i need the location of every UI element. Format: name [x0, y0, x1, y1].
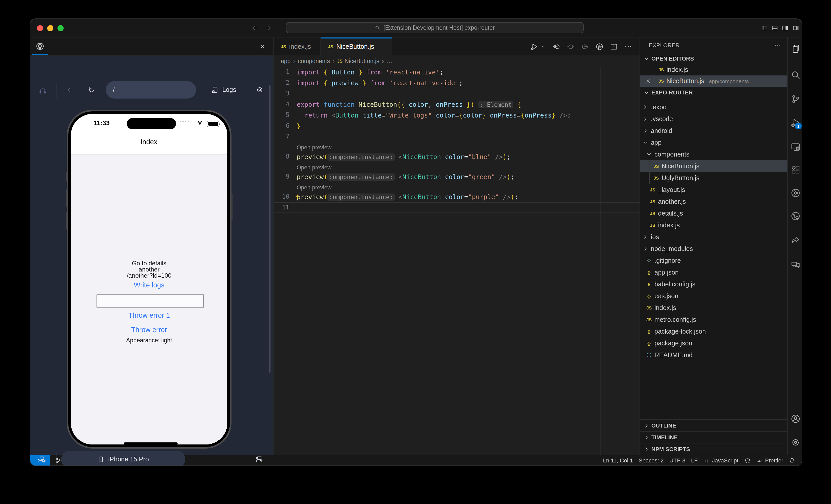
activitybar-circle-branch-alt-icon[interactable]	[791, 211, 801, 221]
toggle-sidebar-left-icon[interactable]	[761, 25, 768, 31]
radon-ide-tab-icon[interactable]	[35, 41, 45, 51]
activitybar-monitor-remote-icon[interactable]	[791, 142, 801, 152]
command-center-search[interactable]: [Extension Development Host] expo-router	[286, 22, 583, 33]
tree-item-app[interactable]: app	[640, 137, 787, 148]
circle-arrow-left-icon[interactable]	[552, 42, 561, 51]
write-logs-button[interactable]: Write logs	[71, 281, 227, 289]
section-timeline[interactable]: TIMELINE	[640, 431, 787, 443]
tree-item-eas-json[interactable]: {}eas.json	[640, 290, 787, 302]
status-javascript[interactable]: {}JavaScript	[703, 457, 738, 464]
code-line-1[interactable]: 1import { Button } from 'react-native';	[274, 67, 639, 78]
tree-item-index-js[interactable]: JSindex.js	[640, 302, 787, 314]
history-forward-icon[interactable]	[264, 24, 272, 32]
iphone-preview[interactable]: 11:33 •••• index Go to details another /…	[67, 110, 231, 449]
customize-layout-icon[interactable]	[793, 25, 799, 31]
codelens-open-preview[interactable]: Open preview	[274, 142, 639, 151]
codelens-open-preview[interactable]: Open preview	[274, 182, 639, 191]
breadcrumb[interactable]: app›components›JSNiceButton.js›…	[274, 55, 639, 67]
tree-item--gitignore[interactable]: .gitignore	[640, 255, 787, 266]
activitybar-files-icon[interactable]	[791, 43, 801, 54]
circle-dash-icon[interactable]	[567, 42, 575, 51]
code-editor[interactable]: 1import { Button } from 'react-native';2…	[274, 67, 639, 455]
tree-item--layout-js[interactable]: JS_layout.js	[640, 184, 787, 196]
code-line-10[interactable]: 10preview(componentInstance: <NiceButton…	[274, 191, 639, 202]
tree-item-nicebutton-js[interactable]: JSNiceButton.js	[640, 160, 787, 172]
device-select-button[interactable]: iPhone 15 Pro	[61, 451, 185, 466]
tree-item-app-json[interactable]: {}app.json	[640, 266, 787, 278]
code-line-7[interactable]: 7	[274, 131, 639, 142]
tree-item-another-js[interactable]: JSanother.js	[640, 196, 787, 207]
code-line-2[interactable]: 2import { preview } from 'react-native-i…	[274, 78, 639, 88]
tree-item-android[interactable]: android	[640, 125, 787, 137]
activitybar-extensions-icon[interactable]	[791, 165, 801, 175]
breadcrumb-item[interactable]: JSNiceButton.js	[337, 58, 379, 64]
device-settings-toggles-icon[interactable]	[255, 455, 263, 464]
editor-tab-nicebutton-js[interactable]: JSNiceButton.js	[321, 37, 392, 55]
status-ln-11-col-1[interactable]: Ln 11, Col 1	[603, 457, 633, 464]
codelens-open-preview[interactable]: Open preview	[274, 162, 639, 171]
editor-tab-index-js[interactable]: JSindex.js	[274, 37, 321, 55]
breadcrumb-item[interactable]: app	[281, 58, 290, 64]
activitybar-search-icon[interactable]	[791, 70, 801, 80]
url-bar[interactable]: /	[106, 81, 196, 98]
activitybar-share-icon[interactable]	[791, 235, 801, 245]
code-line-4[interactable]: 4export function NiceButton({ color, onP…	[274, 99, 639, 110]
tree-item--vscode[interactable]: .vscode	[640, 113, 787, 125]
activitybar-circle-branch-icon[interactable]	[791, 188, 801, 198]
code-line-9[interactable]: 9preview(componentInstance: <NiceButton …	[274, 171, 639, 182]
logs-button[interactable]: Logs	[211, 83, 236, 96]
close-editor-icon[interactable]	[645, 78, 651, 84]
tree-item-package-json[interactable]: {}package.json	[640, 337, 787, 349]
circle-branch-icon[interactable]	[595, 42, 604, 51]
activitybar-comments-icon[interactable]	[791, 260, 801, 270]
reload-icon[interactable]	[88, 86, 95, 94]
breadcrumb-item[interactable]: …	[386, 58, 393, 64]
close-panel-icon[interactable]	[259, 43, 266, 50]
code-line-5[interactable]: 5 return <Button title="Write logs" colo…	[274, 110, 639, 121]
open-editor-nicebutton-js[interactable]: JSNiceButton.jsapp/components	[640, 76, 787, 87]
zoom-window-button[interactable]	[57, 25, 64, 31]
status-utf-8[interactable]: UTF-8	[669, 457, 685, 464]
tree-item-metro-config-js[interactable]: JSmetro.config.js	[640, 314, 787, 325]
status-prettier[interactable]: Prettier	[756, 457, 783, 464]
section-npm-scripts[interactable]: NPM SCRIPTS	[640, 443, 787, 455]
tree-item-index-js[interactable]: JSindex.js	[640, 219, 787, 231]
panel-settings-icon[interactable]	[256, 86, 264, 94]
tree-item-components[interactable]: components	[640, 148, 787, 160]
tree-item-node-modules[interactable]: node_modules	[640, 243, 787, 255]
circle-arrow-right-icon[interactable]	[581, 42, 589, 51]
status-spaces-2[interactable]: Spaces: 2	[638, 457, 664, 464]
activitybar-account-icon[interactable]	[791, 414, 801, 424]
status-copilot[interactable]	[744, 457, 751, 464]
minimize-window-button[interactable]	[47, 25, 53, 31]
toggle-panel-icon[interactable]	[771, 25, 778, 31]
explorer-more-actions-icon[interactable]	[774, 41, 781, 49]
tree-item-ios[interactable]: ios	[640, 231, 787, 243]
text-input[interactable]	[96, 294, 204, 308]
code-line-11[interactable]: 11	[274, 202, 639, 213]
inspect-headset-icon[interactable]	[38, 87, 47, 95]
panel-scrollbar[interactable]	[269, 85, 270, 373]
code-line-6[interactable]: 6}	[274, 121, 639, 131]
throw-error-button[interactable]: Throw error	[71, 326, 227, 334]
copilot-sparkle-icon[interactable]	[294, 194, 301, 200]
open-editor-index-js[interactable]: JSindex.js	[640, 64, 787, 76]
split-editor-icon[interactable]	[610, 42, 618, 51]
activitybar-gear-icon[interactable]	[791, 437, 801, 448]
section-outline[interactable]: OUTLINE	[640, 419, 787, 431]
project-section[interactable]: EXPO-ROUTER	[640, 87, 787, 98]
code-line-3[interactable]: 3	[274, 88, 639, 99]
code-line-8[interactable]: 8preview(componentInstance: <NiceButton …	[274, 151, 639, 162]
status-bell[interactable]	[789, 457, 796, 464]
tree-item-babel-config-js[interactable]: Bbabel.config.js	[640, 278, 787, 290]
throw-error-1-button[interactable]: Throw error 1	[71, 312, 227, 319]
tree-item-details-js[interactable]: JSdetails.js	[640, 207, 787, 219]
toggle-sidebar-right-icon[interactable]	[782, 25, 789, 31]
chevron-down-icon[interactable]	[541, 43, 546, 49]
ellipsis-icon[interactable]	[624, 42, 632, 51]
activitybar-source-control-icon[interactable]	[791, 94, 801, 104]
status-lf[interactable]: LF	[691, 457, 698, 464]
open-editors-section[interactable]: OPEN EDITORS	[640, 53, 787, 64]
tree-item-package-lock-json[interactable]: {}package-lock.json	[640, 325, 787, 337]
link-another-query[interactable]: /another?id=100	[71, 272, 227, 279]
